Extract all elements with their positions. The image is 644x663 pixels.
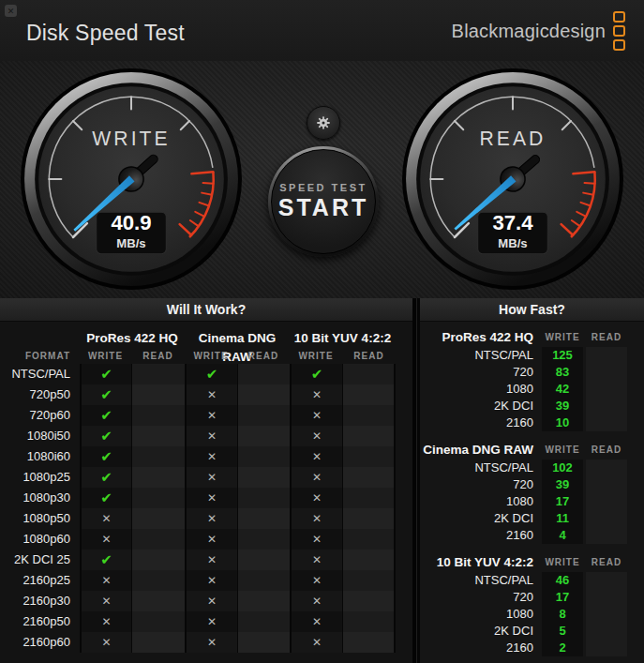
empty-cell <box>131 364 185 384</box>
format-label: 1080i50 <box>0 426 80 446</box>
table-row: 2160p25✕✕✕ <box>0 570 412 591</box>
cross-icon: ✕ <box>290 446 342 467</box>
cross-icon: ✕ <box>80 591 131 611</box>
start-button[interactable]: SPEED TEST START <box>268 146 379 257</box>
read-column-header: READ <box>586 553 627 572</box>
brand-name: Blackmagicdesign <box>452 21 606 42</box>
format-label: 2K DCI <box>420 510 539 527</box>
empty-cell <box>237 611 290 632</box>
format-label: NTSC/PAL <box>0 364 80 384</box>
table-row: 2K DCI 5 <box>420 623 644 640</box>
table-row: 2160 4 <box>420 527 644 544</box>
format-label: 720p60 <box>0 405 80 426</box>
table-row: NTSC/PAL✔✔✔ <box>0 364 412 384</box>
empty-cell <box>342 508 396 529</box>
empty-cell <box>237 364 290 384</box>
settings-button[interactable] <box>307 106 340 140</box>
read-column-header: READ <box>342 348 396 364</box>
speed-unit: MB/s <box>116 236 145 250</box>
write-speed-cell: 5 <box>542 623 583 640</box>
cross-icon: ✕ <box>185 488 237 508</box>
cross-icon: ✕ <box>290 508 342 529</box>
empty-cell <box>131 426 185 446</box>
how-fast-panel: How Fast? ProRes 422 HQ WRITE READ NTSC/… <box>420 298 644 663</box>
write-speed-cell: 83 <box>542 364 583 381</box>
how-fast-section: Cinema DNG RAW WRITE READ NTSC/PAL 102 7… <box>420 441 644 544</box>
format-label: 1080 <box>420 493 539 510</box>
empty-cell <box>131 488 185 508</box>
read-speed-cell <box>586 381 627 398</box>
read-speed-cell <box>586 606 627 623</box>
table-row: 2160 10 <box>420 414 644 431</box>
cross-icon: ✕ <box>80 632 131 653</box>
cross-icon: ✕ <box>185 591 237 611</box>
check-icon: ✔ <box>80 550 131 570</box>
cross-icon: ✕ <box>290 550 342 570</box>
panel-divider <box>412 298 420 663</box>
read-speed-cell <box>586 640 627 656</box>
table-row: 2K DCI 11 <box>420 510 644 527</box>
write-column-header: WRITE <box>542 553 583 572</box>
cross-icon: ✕ <box>80 529 131 550</box>
format-label: 720 <box>420 589 539 606</box>
format-label: 1080p60 <box>0 529 80 550</box>
read-speed-cell <box>586 527 627 544</box>
format-label: 2160 <box>420 527 539 544</box>
codec-header: Cinema DNG RAW <box>420 441 539 460</box>
table-row: 720 83 <box>420 364 644 381</box>
table-row: 720p50✔✕✕ <box>0 384 412 405</box>
empty-cell <box>131 550 185 570</box>
write-speed-cell: 11 <box>542 510 583 527</box>
will-it-work-rows: NTSC/PAL✔✔✔ 720p50✔✕✕ 720p60✔✕✕ 1080i50✔… <box>0 364 412 653</box>
cross-icon: ✕ <box>185 467 237 488</box>
check-icon: ✔ <box>80 364 131 384</box>
will-it-work-table: ProRes 422 HQCinema DNG RAW10 Bit YUV 4:… <box>0 322 412 653</box>
table-row: 2K DCI 39 <box>420 398 644 414</box>
section-header-row: Cinema DNG RAW WRITE READ <box>420 441 644 460</box>
cross-icon: ✕ <box>290 570 342 591</box>
format-label: 720p50 <box>0 384 80 405</box>
cross-icon: ✕ <box>185 405 237 426</box>
empty-cell <box>237 632 290 653</box>
read-gauge: READ 37.4 MB/s <box>399 66 626 293</box>
empty-cell <box>237 570 290 591</box>
empty-cell <box>237 384 290 405</box>
write-speed-cell: 102 <box>542 460 583 476</box>
write-speed-cell: 10 <box>542 414 583 431</box>
empty-cell <box>342 426 396 446</box>
format-label: NTSC/PAL <box>420 347 539 364</box>
close-button[interactable]: ✕ <box>5 5 17 17</box>
section-header-row: ProRes 422 HQ WRITE READ <box>420 328 644 347</box>
format-label: 1080p25 <box>0 467 80 488</box>
how-fast-section: 10 Bit YUV 4:2:2 WRITE READ NTSC/PAL 46 … <box>420 553 644 656</box>
write-column-header: WRITE <box>80 348 131 364</box>
empty-cell <box>237 508 290 529</box>
empty-cell <box>342 384 396 405</box>
codec-header: 10 Bit YUV 4:2:2 <box>420 553 539 572</box>
check-icon: ✔ <box>290 364 342 384</box>
format-label: 1080 <box>420 606 539 623</box>
table-row: NTSC/PAL 102 <box>420 460 644 476</box>
how-fast-header: How Fast? <box>420 298 644 322</box>
format-label: 1080 <box>420 381 539 398</box>
format-label: 2K DCI <box>420 398 539 414</box>
read-column-header: READ <box>237 348 290 364</box>
write-column-header: WRITE <box>542 441 583 460</box>
cross-icon: ✕ <box>290 488 342 508</box>
cross-icon: ✕ <box>185 611 237 632</box>
cross-icon: ✕ <box>185 508 237 529</box>
read-speed-cell <box>586 460 627 476</box>
page-title: Disk Speed Test <box>26 21 185 46</box>
titlebar: ✕ Disk Speed Test Blackmagicdesign <box>0 0 644 62</box>
empty-cell <box>237 488 290 508</box>
section-header-row: 10 Bit YUV 4:2:2 WRITE READ <box>420 553 644 572</box>
gear-icon <box>315 114 332 131</box>
check-icon: ✔ <box>80 405 131 426</box>
cross-icon: ✕ <box>290 426 342 446</box>
how-fast-section: ProRes 422 HQ WRITE READ NTSC/PAL 125 72… <box>420 328 644 431</box>
table-row: 2K DCI 25✔✕✕ <box>0 550 412 570</box>
write-speed-cell: 42 <box>542 381 583 398</box>
cross-icon: ✕ <box>185 446 237 467</box>
empty-cell <box>131 446 185 467</box>
empty-cell <box>237 529 290 550</box>
